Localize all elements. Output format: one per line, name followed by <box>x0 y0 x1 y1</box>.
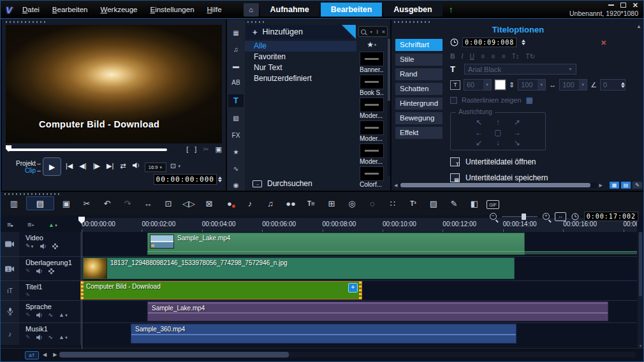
font-size-select[interactable]: 60▼ <box>464 79 492 90</box>
text-rotate-icon[interactable]: T↻ <box>525 52 535 60</box>
title-options-tab[interactable]: Stile <box>395 54 443 66</box>
redo-button[interactable]: ↷ <box>119 196 136 210</box>
audio-icon[interactable]: ♫ <box>228 44 244 55</box>
mark-out-icon[interactable]: ] <box>194 145 196 154</box>
edit-layout-icon[interactable]: ✎ <box>633 182 642 189</box>
overlay-clip[interactable]: 18137_1294880982146_1533978056_774298_75… <box>83 257 515 279</box>
scroll-right-icon[interactable]: ▶ <box>53 352 57 358</box>
motion-tracking-button[interactable]: ◎ <box>344 196 360 210</box>
align-left-icon[interactable]: ≡ <box>481 52 485 60</box>
ar-sticker-button[interactable]: ∷ <box>384 196 401 210</box>
line-spacing-select[interactable]: 100▼ <box>518 79 546 90</box>
library-item-thumbnail[interactable] <box>360 75 384 89</box>
project-mode-label[interactable]: Projekt <box>16 160 41 167</box>
3d-title-button[interactable]: T³ <box>405 196 421 210</box>
transition-icon[interactable]: AB <box>228 77 244 88</box>
browse-row[interactable]: → Durchsuchen <box>245 178 312 189</box>
repeat-button[interactable]: ⇄ <box>120 162 126 170</box>
ripple-edit-icon[interactable]: ✎ <box>26 268 31 274</box>
library-item[interactable]: Moder... <box>360 120 384 142</box>
add-track-icon[interactable]: ≡+ <box>27 221 34 228</box>
align-right-icon[interactable]: ≡ <box>501 52 505 60</box>
library-item[interactable]: Book S... <box>360 75 384 96</box>
fit-project-button[interactable]: ⊡ <box>160 196 177 210</box>
angle-spinner[interactable] <box>621 82 625 88</box>
speed-icon[interactable]: ◉ <box>228 180 244 191</box>
delete-icon[interactable]: ✕ <box>601 39 606 47</box>
jump-end-button[interactable]: ▶| <box>106 162 113 170</box>
motion-path-icon[interactable]: ∿ <box>228 163 244 174</box>
layout-toggle-icon[interactable]: ▦ <box>610 182 619 189</box>
undo-button[interactable]: ↶ <box>99 196 115 210</box>
title-clip-selected[interactable]: Computer Bild - Download + <box>81 282 362 299</box>
voice-clip[interactable]: Sample_Lake.mp4 <box>147 301 608 321</box>
align-top-right-button[interactable]: ↗ <box>508 117 527 127</box>
menu-item[interactable]: Werkzeuge <box>101 6 138 13</box>
filter-icon[interactable]: FX <box>228 130 244 141</box>
library-item[interactable]: Banner... <box>360 52 384 73</box>
track-name[interactable]: Überlagerung1 <box>26 259 80 266</box>
workspace-tab[interactable]: Aufnahme <box>260 3 319 17</box>
color-grading-button[interactable]: ● <box>221 196 238 210</box>
timeline-view-button[interactable]: ▤ <box>26 196 54 210</box>
title-track-icon[interactable]: ıT <box>1 281 20 300</box>
align-center-icon[interactable]: ≡ <box>491 52 495 60</box>
painting-creator-button[interactable]: ✎ <box>446 196 462 210</box>
overlay-camera-icon[interactable]: 1 <box>1 257 20 280</box>
voice-track-content[interactable]: Sample_Lake.mp4 <box>81 301 637 322</box>
zoom-out-icon[interactable]: − <box>490 213 497 220</box>
timeline-hscrollbar[interactable] <box>59 352 636 358</box>
copy-button[interactable]: ▣ <box>58 196 75 210</box>
search-dropdown-icon[interactable]: ▼ <box>370 30 373 34</box>
font-family-select[interactable]: Arial Black▼ <box>464 64 576 75</box>
save-subtitle-row[interactable]: Untertiteldatei speichern <box>450 173 640 182</box>
track-height-icon[interactable]: aT <box>25 351 39 359</box>
mark-in-icon[interactable]: [ <box>186 145 188 154</box>
music-track-content[interactable]: Sample_360.mp4 <box>81 323 637 345</box>
align-bottom-left-button[interactable]: ↙ <box>469 138 488 148</box>
underline-icon[interactable]: U <box>470 52 475 60</box>
maximize-icon[interactable] <box>620 3 626 8</box>
title-options-tab[interactable]: Rand <box>395 68 443 80</box>
open-subtitle-row[interactable]: Untertiteldatei öffnen <box>450 157 640 166</box>
open-subtitle-label[interactable]: Untertiteldatei öffnen <box>465 157 536 166</box>
video-track-content[interactable]: ◀) Sample_Lake.mp4 <box>81 232 637 256</box>
waveform-icon[interactable]: ∿ <box>48 312 54 318</box>
workspace-tab[interactable]: Ausgeben <box>383 3 442 17</box>
timeline-vscrollbar[interactable]: ▼ <box>638 232 643 349</box>
play-button[interactable]: ▶ <box>43 157 61 176</box>
ripple-edit-icon[interactable]: ✎ <box>26 334 31 340</box>
duration-spinner[interactable] <box>522 40 525 45</box>
grid-icon[interactable]: ▦ <box>526 96 533 105</box>
gif-creator-button[interactable]: GIF <box>487 200 499 209</box>
trim-button[interactable]: ⊠ <box>201 196 217 210</box>
overlay-icon[interactable]: ▧ <box>228 113 244 124</box>
zoom-slider[interactable] <box>502 216 538 217</box>
zoom-in-icon[interactable]: + <box>543 213 550 220</box>
title-options-tab[interactable]: Schriftart <box>395 39 443 51</box>
rotation-angle-field[interactable]: 0 <box>600 79 626 90</box>
save-subtitle-label[interactable]: Untertiteldatei speichern <box>465 173 548 182</box>
add-title-label[interactable]: Hinzufügen <box>263 27 303 36</box>
auto-music-button[interactable]: ♫ <box>262 196 279 210</box>
prev-frame-button[interactable]: ◀| <box>79 162 86 170</box>
font-color-swatch[interactable] <box>495 80 506 90</box>
add-title-plus-icon[interactable]: + <box>348 283 358 293</box>
library-category-item[interactable]: Alle <box>245 41 356 52</box>
preview-size-select[interactable]: ⊡▼ <box>170 162 181 170</box>
hscroll-thumb[interactable] <box>400 183 590 187</box>
split-clip-icon[interactable]: ✂ <box>203 145 209 154</box>
trim-handle-right[interactable] <box>359 282 362 299</box>
ripple-edit-icon[interactable]: ✎▼ <box>26 243 34 249</box>
toolbar-drag-handle[interactable] <box>4 193 62 195</box>
scroll-right-icon[interactable]: ▶ <box>599 183 603 188</box>
mask-creator-button[interactable]: ◌ <box>364 196 381 210</box>
gridlines-checkbox[interactable] <box>450 97 457 104</box>
preview-viewport[interactable]: Computer Bild - Download <box>6 25 222 143</box>
speech-to-text-button[interactable]: ●● <box>282 196 299 210</box>
library-category-item[interactable]: Benutzerdefiniert <box>245 73 356 84</box>
menu-item[interactable]: Datei <box>22 6 40 13</box>
bold-icon[interactable]: B <box>450 52 455 60</box>
track-name[interactable]: Musik1 <box>26 325 80 333</box>
scroll-left-icon[interactable]: ◀ <box>43 352 47 358</box>
